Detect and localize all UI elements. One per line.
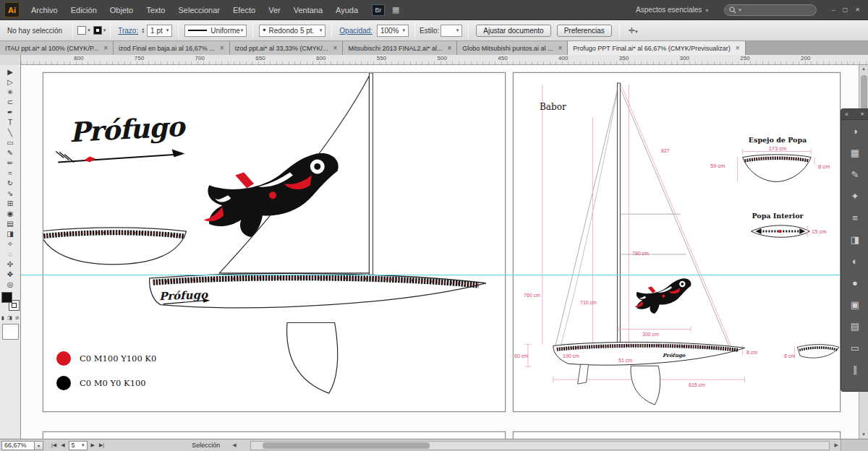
stroke-panel-icon[interactable]: ≡ bbox=[841, 207, 868, 228]
shape-builder-tool-icon[interactable]: ◉ bbox=[0, 208, 20, 218]
menu-item-seleccionar[interactable]: Seleccionar bbox=[171, 0, 226, 20]
artboard-number-field[interactable]: 5▾ bbox=[69, 441, 88, 450]
tab-close-icon[interactable]: × bbox=[103, 44, 108, 52]
selection-tool-icon[interactable]: ▶ bbox=[0, 66, 20, 77]
red-color-swatch[interactable] bbox=[56, 351, 71, 366]
close-icon[interactable]: ✕ bbox=[851, 7, 864, 13]
scale-tool-icon[interactable]: ⇘ bbox=[0, 188, 20, 198]
prev-artboard-icon[interactable]: ◀ bbox=[59, 442, 67, 448]
preferences-button[interactable]: Preferencias bbox=[557, 25, 612, 37]
artboards-panel-icon[interactable]: ▭ bbox=[841, 337, 868, 358]
fill-color-swatch[interactable] bbox=[1, 292, 12, 303]
menu-item-edición[interactable]: Edición bbox=[64, 0, 103, 20]
bird-artwork-small[interactable] bbox=[634, 278, 691, 314]
bridge-icon[interactable]: Br bbox=[372, 4, 385, 16]
artboard-1[interactable]: Prófugo Prófugo C0 M100 Y100 K0 C0 M0 Y0… bbox=[43, 72, 506, 412]
tab-close-icon[interactable]: × bbox=[220, 44, 224, 52]
artboard-2[interactable]: Babor Prófugo 827 780 cm 760 cm 710 cm 3… bbox=[513, 72, 841, 412]
rotate-tool-icon[interactable]: ↻ bbox=[0, 178, 20, 188]
appearance-panel-icon[interactable]: ● bbox=[841, 272, 868, 293]
tab-close-icon[interactable]: × bbox=[736, 44, 740, 52]
gradient-tool-icon[interactable]: ◨ bbox=[0, 228, 20, 239]
isolate-selection-icon[interactable]: ✛▾ bbox=[629, 26, 638, 35]
tab-close-icon[interactable]: × bbox=[448, 44, 452, 52]
opacity-field[interactable]: 100%▾ bbox=[377, 25, 409, 37]
fill-stroke-control[interactable] bbox=[1, 292, 20, 311]
magic-wand-tool-icon[interactable]: ✳ bbox=[0, 87, 20, 97]
rectangle-tool-icon[interactable]: ▭ bbox=[0, 137, 20, 147]
workspace-switcher[interactable]: Aspectos esenciales▾ bbox=[630, 4, 714, 15]
stroke-panel-link[interactable]: Trazo: bbox=[118, 27, 138, 35]
document-tab[interactable]: Profugo PPT Final.ai* al 66,67% (CMYK/Pr… bbox=[568, 41, 745, 55]
dock-close-icon[interactable]: ✕ bbox=[860, 111, 864, 117]
scroll-left-icon[interactable]: ◀ bbox=[230, 442, 238, 448]
menu-item-texto[interactable]: Texto bbox=[140, 0, 171, 20]
type-tool-icon[interactable]: T bbox=[0, 117, 20, 127]
menu-item-objeto[interactable]: Objeto bbox=[103, 0, 140, 20]
hull-logo-text-small[interactable]: Prófugo bbox=[663, 352, 685, 358]
document-tab[interactable]: izod Final en baja.ai al 16,67% ...× bbox=[114, 41, 229, 55]
zoom-menu-icon[interactable]: ▾ bbox=[35, 441, 43, 450]
fit-document-button[interactable]: Ajustar documento bbox=[476, 25, 550, 37]
stroke-swatch-control[interactable]: ▾ bbox=[93, 26, 106, 35]
layers-panel-icon[interactable]: ▤ bbox=[841, 315, 868, 337]
artboard-3[interactable] bbox=[43, 431, 506, 439]
width-tool-icon[interactable]: ≈ bbox=[0, 168, 20, 178]
rudder[interactable] bbox=[578, 364, 589, 384]
sail-outline[interactable] bbox=[561, 86, 619, 344]
hull-logo-text[interactable]: Prófugo bbox=[159, 288, 208, 303]
document-tab[interactable]: Izod ppt.ai* al 33,33% (CMYK/...× bbox=[230, 41, 344, 55]
hand-tool-icon[interactable]: ✥ bbox=[0, 269, 20, 279]
scroll-up-icon[interactable]: ▲ bbox=[859, 65, 868, 73]
graphic-styles-panel-icon[interactable]: ▣ bbox=[841, 293, 868, 315]
expand-panels-icon[interactable]: « bbox=[845, 111, 848, 118]
keel[interactable] bbox=[631, 366, 660, 405]
direct-selection-tool-icon[interactable]: ▷ bbox=[0, 77, 20, 87]
eyedropper-tool-icon[interactable]: ✧ bbox=[0, 239, 20, 249]
opacity-panel-link[interactable]: Opacidad: bbox=[339, 27, 373, 35]
blend-tool-icon[interactable]: ◌ bbox=[0, 249, 20, 259]
transparency-panel-icon[interactable]: ◐ bbox=[841, 250, 868, 272]
style-select[interactable]: ▾ bbox=[441, 25, 462, 37]
lasso-tool-icon[interactable]: ⊂ bbox=[0, 97, 20, 107]
none-mode-icon[interactable]: ⊘ bbox=[15, 315, 20, 321]
search-input[interactable]: ▾ bbox=[724, 4, 817, 16]
menu-item-archivo[interactable]: Archivo bbox=[25, 0, 64, 20]
next-artboard-icon[interactable]: ▶ bbox=[89, 442, 97, 448]
symbol-sprayer-tool-icon[interactable]: ✣ bbox=[0, 259, 20, 269]
scroll-down-icon[interactable]: ▼ bbox=[859, 431, 868, 439]
horizontal-ruler[interactable]: 800750700650600550500450400350300250200 bbox=[0, 55, 868, 65]
profugo-logo[interactable]: Prófugo bbox=[69, 111, 184, 148]
artboard-4[interactable] bbox=[513, 431, 841, 439]
pen-tool-icon[interactable]: ✒ bbox=[0, 107, 20, 117]
menu-item-efecto[interactable]: Efecto bbox=[226, 0, 262, 20]
pencil-tool-icon[interactable]: ✏ bbox=[0, 158, 20, 168]
mesh-tool-icon[interactable]: ▤ bbox=[0, 218, 20, 228]
line-segment-tool-icon[interactable]: ╲ bbox=[0, 127, 20, 137]
stroke-weight-stepper[interactable]: ▲▼ bbox=[141, 27, 145, 33]
gradient-mode-icon[interactable]: ◨ bbox=[7, 315, 12, 321]
horizontal-guide[interactable] bbox=[21, 275, 843, 275]
mast[interactable] bbox=[369, 73, 373, 280]
hull-side-view[interactable] bbox=[553, 342, 745, 365]
keel[interactable] bbox=[287, 323, 338, 394]
stroke-weight-field[interactable]: 1 pt▾ bbox=[147, 25, 172, 37]
logo-arrow[interactable] bbox=[56, 150, 184, 163]
free-transform-tool-icon[interactable]: ⊞ bbox=[0, 198, 20, 208]
brush-select[interactable]: •Redondo 5 pt.▾ bbox=[259, 25, 326, 37]
symbols-panel-icon[interactable]: ✦ bbox=[841, 185, 868, 207]
horizontal-scrollbar[interactable] bbox=[250, 441, 830, 450]
mast[interactable] bbox=[617, 83, 620, 346]
minimize-icon[interactable]: – bbox=[828, 7, 838, 13]
menu-item-ayuda[interactable]: Ayuda bbox=[329, 0, 365, 20]
first-artboard-icon[interactable]: |◀ bbox=[49, 442, 59, 448]
horizontal-scroll-thumb[interactable] bbox=[263, 442, 430, 449]
menu-item-ver[interactable]: Ver bbox=[262, 0, 287, 20]
fill-swatch-icon[interactable] bbox=[77, 26, 86, 35]
zoom-tool-icon[interactable]: ◎ bbox=[0, 279, 20, 289]
stroke-profile-select[interactable]: Uniforme▾ bbox=[184, 25, 247, 37]
tab-close-icon[interactable]: × bbox=[558, 44, 562, 52]
search-scope-icon[interactable]: ▾ bbox=[739, 7, 741, 13]
tab-close-icon[interactable]: × bbox=[333, 44, 338, 52]
popa-interior-drawing[interactable] bbox=[752, 226, 810, 237]
